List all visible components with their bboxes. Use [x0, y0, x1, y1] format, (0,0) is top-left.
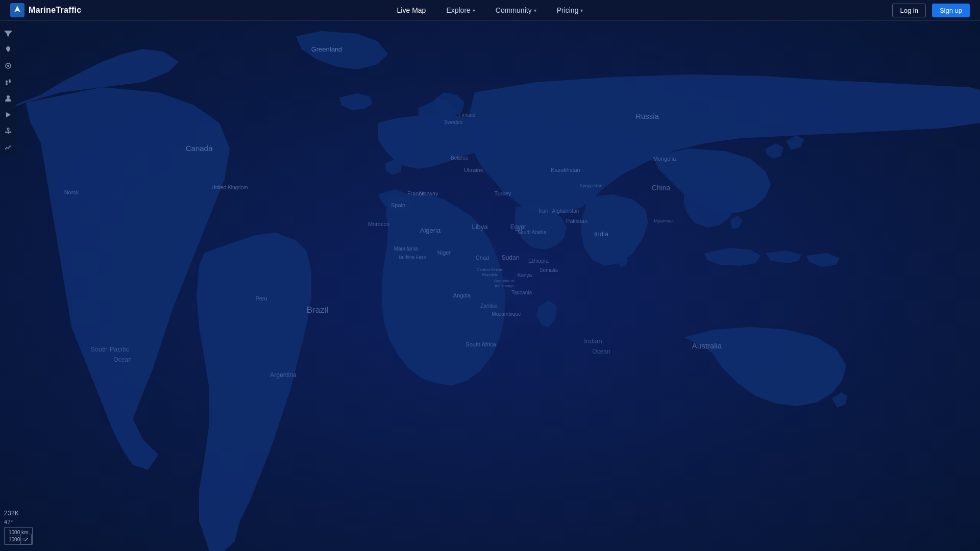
play-tool[interactable]	[1, 108, 15, 122]
vessels-tool[interactable]	[1, 75, 15, 89]
person-tool[interactable]	[1, 91, 15, 106]
svg-text:Australia: Australia	[692, 341, 722, 350]
nav-right: Log in Sign up	[892, 4, 970, 17]
svg-text:Ukraine: Ukraine	[464, 167, 483, 173]
svg-text:Argentina: Argentina	[270, 371, 297, 379]
svg-text:Turkey: Turkey	[494, 190, 511, 196]
svg-text:Spain: Spain	[391, 202, 405, 208]
svg-text:Zambia: Zambia	[480, 303, 498, 309]
svg-text:Algeria: Algeria	[420, 227, 441, 234]
layers-tool[interactable]	[1, 59, 15, 73]
svg-text:Kazakhstan: Kazakhstan	[551, 167, 580, 173]
svg-text:Ocean: Ocean	[113, 356, 131, 363]
analytics-tool[interactable]	[1, 140, 15, 155]
svg-text:Angola: Angola	[453, 292, 471, 298]
svg-text:United Kingdom: United Kingdom	[211, 185, 248, 190]
svg-text:Myanmar: Myanmar	[654, 218, 673, 223]
nav-live-map[interactable]: Live Map	[387, 0, 436, 21]
nav-explore[interactable]: Explore ▾	[436, 0, 485, 21]
svg-text:Libya: Libya	[472, 223, 488, 231]
map-container[interactable]: Greenland Canada Norsk United Kingdom Al…	[0, 0, 980, 551]
svg-text:Chad: Chad	[476, 255, 489, 261]
svg-text:Sweden: Sweden	[444, 119, 462, 125]
expand-button[interactable]: ⤢	[20, 534, 32, 545]
svg-point-3	[7, 65, 9, 67]
svg-text:Mongolia: Mongolia	[653, 156, 677, 162]
svg-marker-11	[6, 112, 11, 117]
world-map-svg: Greenland Canada Norsk United Kingdom Al…	[0, 21, 980, 551]
svg-text:Kyrgyzstan: Kyrgyzstan	[580, 183, 603, 188]
nav-pricing[interactable]: Pricing ▾	[547, 0, 594, 21]
svg-text:Iran: Iran	[539, 208, 549, 214]
sidebar	[0, 21, 16, 155]
svg-text:Central African: Central African	[477, 267, 503, 272]
logo-text: MarineTraffic	[29, 6, 82, 15]
svg-text:China: China	[652, 184, 671, 192]
svg-point-1	[16, 9, 18, 11]
svg-text:Tanzania: Tanzania	[511, 290, 532, 295]
svg-point-10	[7, 95, 10, 98]
svg-text:Norsk: Norsk	[64, 189, 79, 195]
svg-text:Russia: Russia	[635, 112, 659, 120]
svg-text:Canada: Canada	[186, 144, 213, 153]
svg-text:Indian: Indian	[584, 337, 602, 345]
vessel-count: 232K	[4, 510, 33, 517]
svg-text:Somalia: Somalia	[540, 267, 558, 273]
svg-text:Afghanistan: Afghanistan	[552, 208, 579, 214]
svg-text:Mauritania: Mauritania	[394, 246, 418, 252]
nav-links: Live Map Explore ▾ Community ▾ Pricing ▾	[387, 0, 594, 21]
svg-text:South Pacific: South Pacific	[90, 345, 129, 353]
signup-button[interactable]: Sign up	[932, 4, 970, 17]
svg-text:Belarus: Belarus	[451, 155, 468, 161]
svg-point-12	[7, 128, 9, 130]
community-chevron-icon: ▾	[534, 8, 536, 13]
svg-text:Saudi Arabia: Saudi Arabia	[518, 230, 547, 235]
svg-text:Peru: Peru	[255, 295, 267, 302]
svg-text:Sudan: Sudan	[502, 254, 520, 261]
svg-text:France: France	[407, 190, 425, 196]
navbar: MarineTraffic Live Map Explore ▾ Communi…	[0, 0, 980, 21]
anchor-tool[interactable]	[1, 124, 15, 138]
svg-text:Burkina Faso: Burkina Faso	[399, 255, 426, 260]
pricing-chevron-icon: ▾	[580, 8, 583, 13]
svg-text:India: India	[594, 230, 609, 238]
svg-text:South Africa: South Africa	[465, 341, 496, 347]
logo-area[interactable]: MarineTraffic	[10, 3, 82, 17]
svg-text:Kenya: Kenya	[518, 272, 532, 278]
svg-text:Niger: Niger	[437, 249, 451, 256]
svg-text:Ocean: Ocean	[592, 348, 610, 355]
logo-icon	[10, 3, 24, 17]
svg-text:Greenland: Greenland	[311, 45, 342, 53]
nav-community[interactable]: Community ▾	[485, 0, 547, 21]
svg-text:Ethiopia: Ethiopia	[528, 258, 549, 264]
filter-tool[interactable]	[1, 26, 15, 40]
svg-text:Pakistan: Pakistan	[566, 218, 587, 224]
svg-text:Republic of: Republic of	[494, 279, 515, 283]
svg-text:the Congo: the Congo	[495, 284, 514, 288]
svg-text:Republic: Republic	[482, 272, 498, 277]
svg-text:Finland: Finland	[459, 112, 476, 118]
svg-text:Mozambique: Mozambique	[492, 311, 521, 317]
favorites-tool[interactable]	[1, 42, 15, 57]
svg-text:Brazil: Brazil	[307, 305, 329, 315]
explore-chevron-icon: ▾	[473, 8, 475, 13]
login-button[interactable]: Log in	[892, 4, 925, 17]
svg-text:Morocco: Morocco	[368, 221, 389, 227]
zoom-level: 47°	[4, 519, 33, 525]
svg-point-6	[6, 83, 8, 85]
